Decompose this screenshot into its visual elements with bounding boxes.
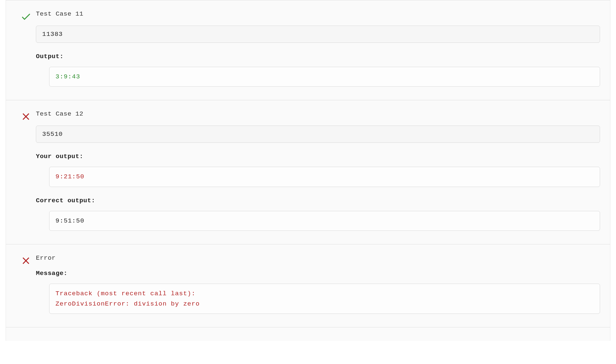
error-message: Traceback (most recent call last): ZeroD…	[49, 284, 600, 314]
test-case-body: Error Message: Traceback (most recent ca…	[36, 254, 600, 314]
your-output-value: 9:21:50	[49, 167, 600, 187]
output-value: 3:9:43	[49, 67, 600, 87]
status-icon-col	[16, 110, 36, 124]
output-label: Output:	[36, 53, 600, 60]
test-case-body: Test Case 12 35510 Your output: 9:21:50 …	[36, 110, 600, 231]
status-icon-col	[16, 254, 36, 268]
test-case-body: Test Case 11 11383 Output: 3:9:43	[36, 10, 600, 87]
test-case-title: Test Case 11	[36, 10, 600, 18]
your-output-label: Your output:	[36, 153, 600, 160]
message-label: Message:	[36, 270, 600, 277]
correct-output-label: Correct output:	[36, 197, 600, 204]
test-case: Error Message: Traceback (most recent ca…	[6, 244, 610, 327]
test-input: 11383	[36, 26, 600, 43]
cross-icon	[20, 255, 32, 268]
correct-output-value: 9:51:50	[49, 211, 600, 231]
test-input: 35510	[36, 126, 600, 143]
test-case-title: Error	[36, 254, 600, 262]
status-icon-col	[16, 10, 36, 24]
test-case: Test Case 11 11383 Output: 3:9:43	[6, 0, 610, 100]
test-case-title: Test Case 12	[36, 110, 600, 118]
test-results-panel: Test Case 11 11383 Output: 3:9:43 Test C…	[6, 0, 610, 341]
check-icon	[20, 11, 32, 24]
test-case: Test Case 12 35510 Your output: 9:21:50 …	[6, 100, 610, 244]
cross-icon	[20, 111, 32, 124]
